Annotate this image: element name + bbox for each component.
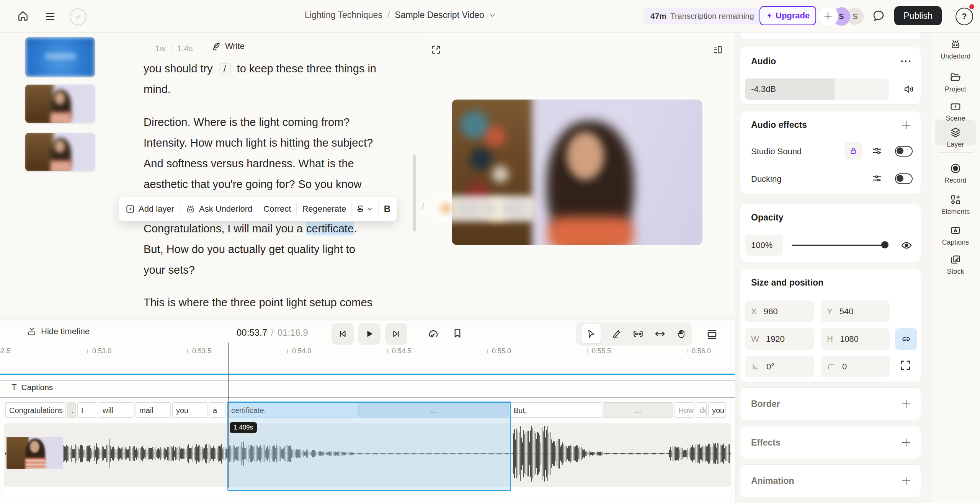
write-button[interactable]: Write [211, 41, 245, 51]
breadcrumb-document[interactable]: Sample Descript Video [395, 10, 484, 20]
script-line[interactable]: And softness versus hardness. What is th… [144, 157, 412, 170]
regenerate-button[interactable]: Regenerate [302, 204, 346, 214]
script-line[interactable]: mind. [144, 83, 412, 96]
transcription-remaining-badge[interactable]: 47m Transcription remaining [644, 8, 761, 24]
caption-word[interactable]: you [172, 402, 207, 418]
scene-thumbnail[interactable] [25, 133, 95, 171]
opacity-slider[interactable] [792, 245, 888, 246]
speaker-icon[interactable] [903, 83, 915, 95]
rail-item-project[interactable]: Project [931, 71, 980, 93]
comments-icon[interactable] [872, 9, 885, 22]
script-editor[interactable]: you should try / to keep these three thi… [115, 32, 418, 310]
italic-button[interactable]: I [421, 201, 425, 212]
rail-item-elements[interactable]: Elements [931, 194, 980, 216]
video-frame[interactable] [452, 100, 702, 245]
rail-item-record[interactable]: Record [931, 162, 980, 185]
bold-button[interactable]: B [384, 204, 390, 214]
hand-tool[interactable] [676, 328, 687, 339]
corner-radius-field[interactable]: 0 [821, 356, 890, 377]
rotation-field[interactable]: 0° [745, 356, 814, 377]
bookmark-icon[interactable] [452, 327, 463, 339]
breadcrumb-project[interactable]: Lighting Techniques [305, 10, 382, 20]
caption-word[interactable]: mail [136, 402, 171, 418]
script-line[interactable]: Direction. Where is the light coming fro… [144, 116, 412, 129]
add-border-icon[interactable] [901, 398, 911, 409]
opacity-value[interactable]: 100% [745, 235, 783, 256]
caption-word[interactable]: Congratulations [5, 402, 66, 418]
trim-tool[interactable] [654, 328, 666, 340]
timeline-selection[interactable] [227, 402, 511, 491]
height-field[interactable]: H1080 [821, 328, 890, 350]
chevron-down-icon[interactable] [488, 11, 496, 19]
studio-sound-toggle[interactable] [895, 146, 913, 157]
hide-timeline-button[interactable]: Hide timeline [27, 327, 90, 336]
fullscreen-icon[interactable] [899, 359, 912, 372]
rail-item-scene[interactable]: Scene [931, 100, 980, 122]
menu-icon[interactable] [44, 11, 56, 21]
caption-word[interactable]: a [209, 402, 226, 418]
add-layer-button[interactable]: Add layer [125, 204, 174, 214]
caption-word[interactable]: I [77, 402, 97, 418]
link-dimensions-button[interactable] [895, 328, 917, 350]
visibility-eye-icon[interactable] [900, 239, 913, 252]
scene-thumbnail[interactable] [25, 85, 95, 123]
playhead[interactable] [228, 343, 229, 488]
caption-word[interactable]: How [675, 402, 694, 418]
fit-canvas-icon[interactable] [431, 44, 441, 55]
caption-word[interactable]: . [67, 402, 76, 418]
upgrade-button[interactable]: Upgrade [760, 6, 816, 25]
volume-slider[interactable]: -4.3dB [745, 78, 889, 100]
gap-clip-chip[interactable]: / [219, 63, 231, 75]
home-icon[interactable] [17, 10, 29, 22]
caption-word[interactable]: you [708, 402, 726, 418]
lock-icon[interactable] [844, 142, 862, 160]
script-scrollbar[interactable] [413, 155, 416, 232]
clip-thumbnail[interactable] [7, 437, 63, 469]
more-options-icon[interactable] [900, 59, 911, 64]
script-line[interactable]: Congratulations, I will mail you a certi… [144, 222, 412, 235]
add-animation-icon[interactable] [901, 475, 911, 486]
ask-underlord-button[interactable]: Ask Underlord [185, 204, 252, 214]
caption-word[interactable]: do [696, 402, 707, 418]
script-line[interactable]: your sets? [144, 264, 412, 276]
captions-track-header[interactable]: T Captions [11, 382, 53, 392]
add-effects-icon[interactable] [901, 437, 911, 448]
script-line[interactable]: This is where the three point light setu… [144, 296, 412, 309]
add-collaborator-button[interactable] [818, 6, 838, 26]
correct-button[interactable]: Correct [263, 204, 291, 214]
add-effect-icon[interactable] [901, 120, 911, 131]
scene-thumbnail[interactable] [25, 37, 95, 77]
video-track-bar[interactable] [0, 374, 735, 375]
studio-sound-settings-icon[interactable] [871, 145, 883, 157]
highlighted-word[interactable]: certificate [306, 222, 354, 235]
range-select-tool[interactable] [632, 328, 644, 340]
caption-word[interactable]: will [99, 402, 134, 418]
caption-word[interactable]: ... [603, 402, 673, 418]
script-line[interactable]: aesthetic that you're going for? So you … [144, 178, 412, 191]
layout-panels-icon[interactable] [712, 44, 723, 55]
rail-item-stock[interactable]: Stock [931, 253, 980, 276]
x-field[interactable]: X960 [745, 300, 814, 322]
help-button[interactable]: ? [956, 8, 973, 25]
opacity-slider-knob[interactable] [881, 241, 889, 248]
strikethrough-button[interactable]: S [357, 204, 372, 214]
y-field[interactable]: Y540 [821, 300, 890, 322]
script-text: But, How do you actually get quality lig… [144, 243, 355, 255]
rail-item-underlord[interactable]: Underlord [931, 38, 980, 60]
caption-word[interactable]: But, [510, 402, 601, 418]
select-tool[interactable] [581, 324, 601, 344]
ducking-toggle[interactable] [895, 173, 913, 184]
script-line[interactable]: you should try / to keep these three thi… [144, 62, 412, 75]
rail-item-layer[interactable]: Layer [931, 126, 980, 149]
script-line[interactable]: Intensity. How much light is hitting the… [144, 137, 412, 149]
razor-tool[interactable] [611, 328, 622, 339]
publish-button[interactable]: Publish [894, 6, 942, 25]
breadcrumb[interactable]: Lighting Techniques / Sample Descript Vi… [305, 10, 496, 20]
ducking-settings-icon[interactable] [871, 173, 883, 184]
timeline-view-icon[interactable] [706, 328, 718, 340]
rail-item-captions[interactable]: Captions [931, 224, 980, 247]
playback-speed-icon[interactable] [427, 328, 439, 340]
timeline-ruler[interactable]: 0:52.50:53.00:53.50:54.00:54.50:55.00:55… [0, 342, 735, 372]
script-line[interactable]: But, How do you actually get quality lig… [144, 243, 412, 256]
width-field[interactable]: W1920 [745, 328, 814, 350]
